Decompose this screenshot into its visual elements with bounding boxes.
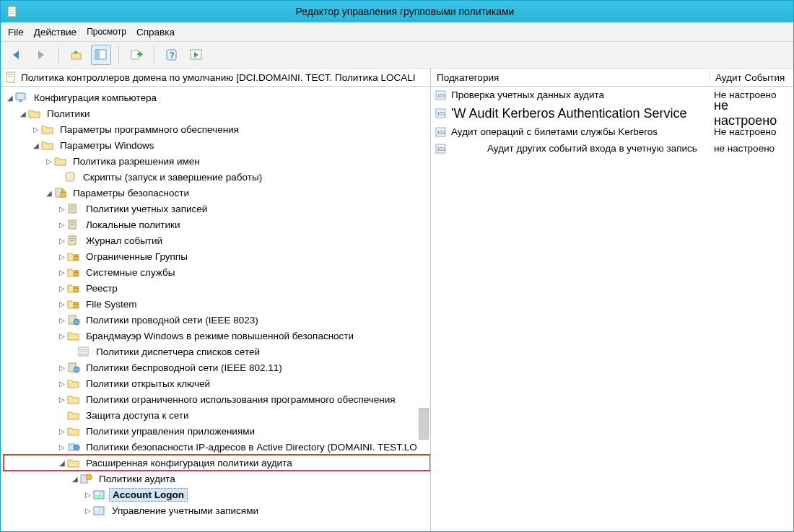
tree-node-sec-1[interactable]: ▷ Локальные политики <box>4 217 430 232</box>
expander-icon[interactable]: ▷ <box>57 315 67 325</box>
tree-node-sec-15[interactable]: ▷ Политики безопасности IP-адресов в Act… <box>4 439 430 455</box>
tree-node-account-mgmt[interactable]: ▷ Управление учетными записями <box>4 502 430 518</box>
tree-node-sec-11[interactable]: ▷ Политики открытых ключей <box>4 375 430 391</box>
expander-icon[interactable]: ▷ <box>83 505 93 515</box>
export-button[interactable] <box>126 45 147 65</box>
col-subcategory[interactable]: Подкатегория <box>431 72 710 83</box>
col-audit[interactable]: Аудит События <box>710 72 793 83</box>
tree-node-sec-2[interactable]: ▷ Журнал событий <box>4 232 430 248</box>
expander-icon[interactable]: ▷ <box>57 331 67 341</box>
tree-node-software[interactable]: ▷ Параметры программного обеспечения <box>4 121 430 137</box>
expander-icon[interactable]: ◢ <box>70 474 80 484</box>
nav-forward-button[interactable] <box>31 45 51 65</box>
svg-rect-4 <box>71 53 81 59</box>
expander-icon[interactable]: ▷ <box>57 362 67 372</box>
svg-rect-49 <box>94 491 104 499</box>
expander-icon[interactable]: ▷ <box>57 267 67 277</box>
policy-doc-icon <box>5 71 17 83</box>
expander-icon[interactable]: ▷ <box>57 235 67 245</box>
tree-node-sec-8[interactable]: ▷ Брандмауэр Windows в режиме повышенной… <box>4 328 430 344</box>
expander-icon[interactable]: ▷ <box>57 426 67 436</box>
svg-point-44 <box>74 367 79 372</box>
list-icon <box>77 345 90 358</box>
properties-button[interactable] <box>186 45 206 65</box>
tree-node-sec-10[interactable]: ▷ Политики беспроводной сети (IEEE 802.1… <box>4 359 430 375</box>
tree[interactable]: ◢ Конфигурация компьютера ◢ Политики ▷ П… <box>1 87 430 531</box>
expander-icon[interactable]: ▷ <box>57 394 67 404</box>
svg-rect-27 <box>70 238 74 239</box>
expander-icon[interactable]: ◢ <box>5 92 15 103</box>
tree-header[interactable]: Политика контроллеров домена по умолчани… <box>1 69 430 87</box>
folder-icon <box>67 393 80 406</box>
expander-icon[interactable]: ▷ <box>57 219 67 230</box>
tree-node-sec-4[interactable]: ▷ Системные службы <box>4 264 430 280</box>
expander-icon[interactable] <box>57 410 67 420</box>
expander-icon[interactable]: ◢ <box>57 458 67 468</box>
window-title: Редактор управления групповыми политикам… <box>22 6 788 17</box>
expander-icon[interactable]: ▷ <box>83 489 93 500</box>
menubar: File Действие Просмотр Справка <box>1 22 793 42</box>
tree-node-nameres[interactable]: ▷ Политика разрешения имен <box>4 153 430 169</box>
tree-node-computer-config[interactable]: ◢ Конфигурация компьютера <box>4 90 430 105</box>
tree-node-account-logon[interactable]: ▷ Account Logon <box>4 487 430 502</box>
expander-icon[interactable] <box>67 346 77 357</box>
expander-icon[interactable]: ▷ <box>57 299 67 309</box>
show-tree-button[interactable] <box>91 45 111 65</box>
expander-icon[interactable]: ▷ <box>57 204 67 214</box>
tree-node-security[interactable]: ◢ Параметры безопасности <box>4 185 430 201</box>
tree-node-sec-3[interactable]: ▷ Ограниченные Группы <box>4 248 430 264</box>
detail-row[interactable]: 101 'W Audit Kerberos Authentication Ser… <box>431 103 793 123</box>
expander-icon[interactable]: ▷ <box>57 283 67 293</box>
scrollbar-thumb[interactable] <box>419 408 429 440</box>
detail-audit: Не настроено <box>714 126 793 137</box>
expander-icon[interactable]: ▷ <box>57 442 67 452</box>
tree-node-sec-9[interactable]: Политики диспетчера списков сетей <box>4 344 430 359</box>
tree-pane: Политика контроллеров домена по умолчани… <box>1 69 431 531</box>
detail-text: 'W Audit Kerberos Authentication Service <box>451 106 714 121</box>
detail-row[interactable]: 101 Аудит других событий входа в учетную… <box>431 140 793 157</box>
tree-node-policies[interactable]: ◢ Политики <box>4 105 430 121</box>
menu-action[interactable]: Действие <box>34 27 77 38</box>
expander-icon[interactable]: ▷ <box>57 378 67 388</box>
menu-view[interactable]: Просмотр <box>87 27 126 37</box>
tree-node-sec-5[interactable]: ▷ Реестр <box>4 280 430 296</box>
svg-point-48 <box>86 474 92 480</box>
expander-icon[interactable]: ▷ <box>44 156 54 166</box>
tree-node-windows[interactable]: ◢ Параметры Windows <box>4 137 430 153</box>
tree-node-sec-0[interactable]: ▷ Политики учетных записей <box>4 201 430 217</box>
expander-icon[interactable]: ◢ <box>31 140 41 150</box>
tree-node-scripts[interactable]: Скрипты (запуск и завершение работы) <box>4 169 430 185</box>
detail-row[interactable]: 101 Аудит операций с билетами службы Ker… <box>431 123 793 140</box>
svg-rect-1 <box>9 9 14 9</box>
nav-back-button[interactable] <box>6 45 27 65</box>
ipsec-icon <box>67 440 80 453</box>
folder-icon <box>41 139 54 152</box>
tree-node-sec-6[interactable]: ▷ File System <box>4 296 430 312</box>
tree-node-advanced-audit[interactable]: ◢ Расширенная конфигурация политики ауди… <box>4 455 430 471</box>
svg-point-46 <box>74 445 79 450</box>
category-icon <box>93 488 106 501</box>
blank-icon <box>54 172 64 182</box>
audit-item-icon: 101 <box>431 143 451 154</box>
expander-icon[interactable]: ▷ <box>57 251 67 261</box>
tree-node-sec-13[interactable]: Защита доступа к сети <box>4 407 430 423</box>
folder-icon <box>67 456 80 469</box>
expander-icon[interactable]: ▷ <box>31 124 41 134</box>
menu-file[interactable]: File <box>8 27 24 38</box>
tree-node-sec-12[interactable]: ▷ Политики ограниченного использования п… <box>4 391 430 407</box>
app-icon <box>6 6 18 17</box>
policy-icon <box>67 234 80 247</box>
up-button[interactable] <box>66 45 87 65</box>
svg-rect-51 <box>95 495 102 496</box>
menu-help[interactable]: Справка <box>136 27 175 38</box>
svg-text:101: 101 <box>437 93 445 98</box>
expander-icon[interactable]: ◢ <box>44 188 54 198</box>
help-button[interactable]: ? <box>162 45 182 65</box>
tree-node-sec-14[interactable]: ▷ Политики управления приложениями <box>4 423 430 439</box>
svg-rect-28 <box>70 240 74 241</box>
titlebar[interactable]: Редактор управления групповыми политикам… <box>1 1 793 22</box>
details-rows: 101 Проверка учетных данных аудита Не на… <box>431 87 793 531</box>
expander-icon[interactable]: ◢ <box>18 108 28 118</box>
tree-node-sec-7[interactable]: ▷ Политики проводной сети (IEEE 8023) <box>4 312 430 328</box>
tree-node-audit-policies[interactable]: ◢ Политики аудита <box>4 471 430 487</box>
